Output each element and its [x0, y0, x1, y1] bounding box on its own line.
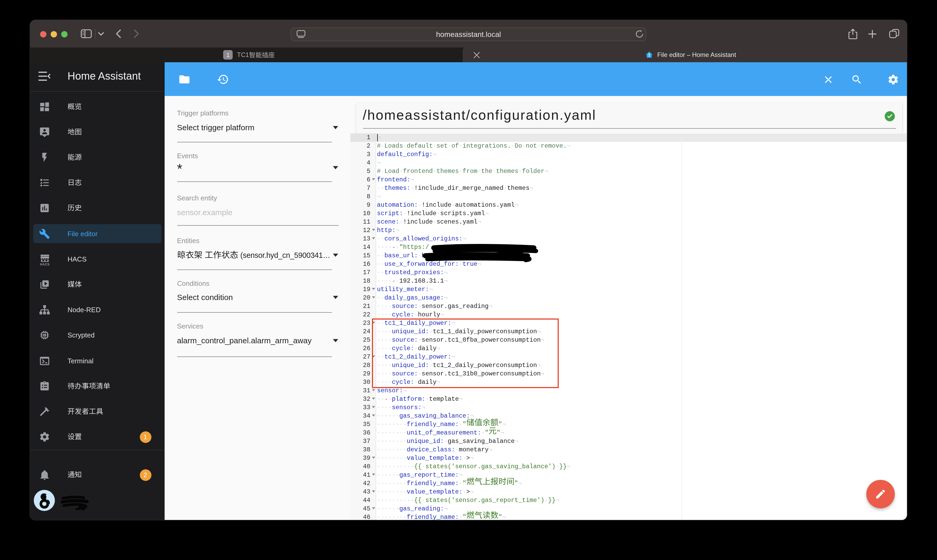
svg-text:HACS: HACS — [40, 262, 49, 266]
